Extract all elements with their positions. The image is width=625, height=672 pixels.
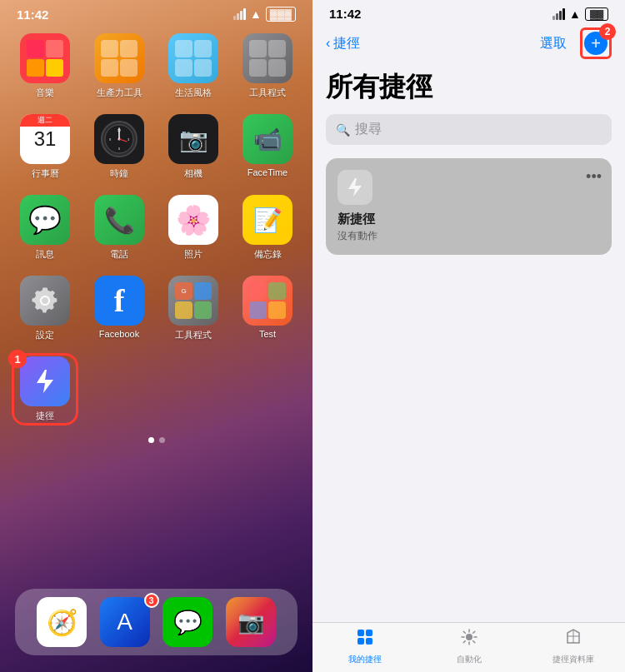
chevron-left-icon: ‹ <box>326 36 330 51</box>
app-clock-label: 時鐘 <box>110 167 128 180</box>
search-placeholder: 搜尋 <box>355 121 382 138</box>
wifi-icon-right: ▲ <box>569 7 581 21</box>
step-1-badge: 1 <box>8 350 27 368</box>
app-photos[interactable]: 🌸 照片 <box>163 195 223 261</box>
calendar-date: 31 <box>34 128 57 150</box>
card-more-button[interactable]: ••• <box>586 168 602 186</box>
app-lifestyle-label: 生活風格 <box>175 87 212 99</box>
tab-my-shortcuts[interactable]: 我的捷徑 <box>312 628 417 665</box>
dock: 🧭 A 3 💬 📷 <box>15 589 298 655</box>
app-facetime-label: FaceTime <box>248 167 288 177</box>
page-indicator <box>0 437 312 443</box>
svg-rect-11 <box>366 638 372 645</box>
dot-1 <box>148 437 154 443</box>
clock-face: 12 3 6 9 <box>101 121 138 157</box>
card-name-0: 新捷徑 <box>338 212 600 227</box>
svg-text:12: 12 <box>118 128 122 132</box>
tab-automation[interactable]: 自動化 <box>417 628 521 665</box>
appstore-badge: 3 <box>144 593 159 608</box>
page-title: 所有捷徑 <box>312 66 625 114</box>
gallery-icon <box>564 628 582 651</box>
app-row-3: 💬 訊息 📞 電話 🌸 照片 📝 備忘錄 <box>15 195 298 261</box>
app-messages-label: 訊息 <box>36 248 54 261</box>
app-productivity[interactable]: 生產力工具 <box>89 33 149 99</box>
status-bar-left: 11:42 ▲ ▓▓▓ <box>0 0 312 25</box>
automation-icon <box>460 628 478 651</box>
app-photos-label: 照片 <box>184 248 202 261</box>
app-phone-label: 電話 <box>110 248 128 261</box>
battery-icon-right: ▓▓ <box>585 7 608 21</box>
dock-line[interactable]: 💬 <box>158 597 218 647</box>
tab-automation-label: 自動化 <box>457 654 482 665</box>
status-icons-right: ▲ ▓▓ <box>552 7 608 21</box>
app-tools[interactable]: 工具程式 <box>238 33 298 99</box>
status-icons-left: ▲ ▓▓▓ <box>233 7 296 22</box>
app-row-5: 1 捷徑 <box>15 356 298 422</box>
search-bar[interactable]: 🔍 搜尋 <box>326 114 612 145</box>
app-row-2: 週二 31 行事曆 12 3 6 <box>15 114 298 180</box>
svg-rect-9 <box>366 630 372 636</box>
app-camera[interactable]: 📷 相機 <box>163 114 223 180</box>
tab-gallery[interactable]: 捷徑資料庫 <box>521 628 625 665</box>
card-icon <box>338 170 372 205</box>
time-left: 11:42 <box>17 7 48 22</box>
wifi-icon: ▲ <box>250 7 262 21</box>
app-notes[interactable]: 📝 備忘錄 <box>238 195 298 261</box>
app-lifestyle[interactable]: 生活風格 <box>163 33 223 99</box>
nav-actions: 選取 + 2 <box>540 27 612 59</box>
select-button[interactable]: 選取 <box>540 35 567 52</box>
tab-gallery-label: 捷徑資料庫 <box>552 654 594 665</box>
app-music[interactable]: 音樂 <box>15 33 75 99</box>
nav-bar: ‹ 捷徑 選取 + 2 <box>312 24 625 66</box>
app-productivity-label: 生產力工具 <box>97 87 142 99</box>
dock-appstore[interactable]: A 3 <box>95 597 155 647</box>
app-settings[interactable]: 設定 <box>15 276 75 341</box>
dock-instagram[interactable]: 📷 <box>221 597 281 647</box>
app-row-4: 設定 f Facebook G 工具程式 <box>15 276 298 341</box>
app-shortcuts-label: 捷徑 <box>36 410 54 422</box>
card-subtitle-0: 沒有動作 <box>338 229 600 243</box>
dock-safari[interactable]: 🧭 <box>32 597 92 647</box>
app-settings-label: 設定 <box>36 329 54 341</box>
app-phone[interactable]: 📞 電話 <box>89 195 149 261</box>
svg-point-12 <box>466 634 472 640</box>
status-bar-right: 11:42 ▲ ▓▓ <box>312 0 625 24</box>
app-calendar[interactable]: 週二 31 行事曆 <box>15 114 75 180</box>
shortcuts-icon <box>20 356 70 406</box>
app-row-1: 音樂 生產力工具 <box>15 33 298 99</box>
app-calendar-label: 行事曆 <box>32 167 59 180</box>
back-button[interactable]: ‹ 捷徑 <box>326 35 360 52</box>
shortcuts-app: 11:42 ▲ ▓▓ ‹ 捷徑 選取 + 2 所有捷徑 🔍 <box>312 0 625 672</box>
app-notes-label: 備忘錄 <box>254 248 282 261</box>
tab-my-shortcuts-label: 我的捷徑 <box>348 654 382 665</box>
app-facebook-label: Facebook <box>99 329 139 339</box>
app-test[interactable]: Test <box>238 276 298 341</box>
app-messages[interactable]: 💬 訊息 <box>15 195 75 261</box>
calendar-widget: 週二 31 <box>20 114 70 164</box>
time-right: 11:42 <box>329 7 361 21</box>
signal-icon-right <box>552 8 565 20</box>
battery-icon: ▓▓▓ <box>266 7 296 22</box>
tab-bar: 我的捷徑 自動化 捷徑資料庫 <box>312 622 625 672</box>
dot-2 <box>159 437 165 443</box>
signal-icon <box>233 8 246 20</box>
back-label: 捷徑 <box>333 35 360 52</box>
svg-rect-8 <box>358 630 364 636</box>
add-button-container: + 2 <box>580 27 612 59</box>
app-camera-label: 相機 <box>184 167 202 180</box>
app-clock[interactable]: 12 3 6 9 時鐘 <box>89 114 149 180</box>
app-music-label: 音樂 <box>36 87 54 99</box>
app-test-label: Test <box>259 329 276 339</box>
app-tools2-label: 工具程式 <box>175 329 212 341</box>
app-tools-label: 工具程式 <box>249 87 286 99</box>
app-grid: 音樂 生產力工具 <box>0 25 312 422</box>
app-facetime[interactable]: 📹 FaceTime <box>238 114 298 180</box>
app-shortcuts[interactable]: 1 捷徑 <box>15 356 75 422</box>
calendar-day: 週二 <box>20 114 70 127</box>
shortcut-card-0[interactable]: ••• 新捷徑 沒有動作 <box>326 158 612 255</box>
app-tools2[interactable]: G 工具程式 <box>163 276 223 341</box>
app-facebook[interactable]: f Facebook <box>89 276 149 341</box>
clock-icon: 12 3 6 9 <box>94 114 144 164</box>
shortcuts-list: ••• 新捷徑 沒有動作 <box>312 158 625 622</box>
step-2-badge: 2 <box>599 23 616 40</box>
